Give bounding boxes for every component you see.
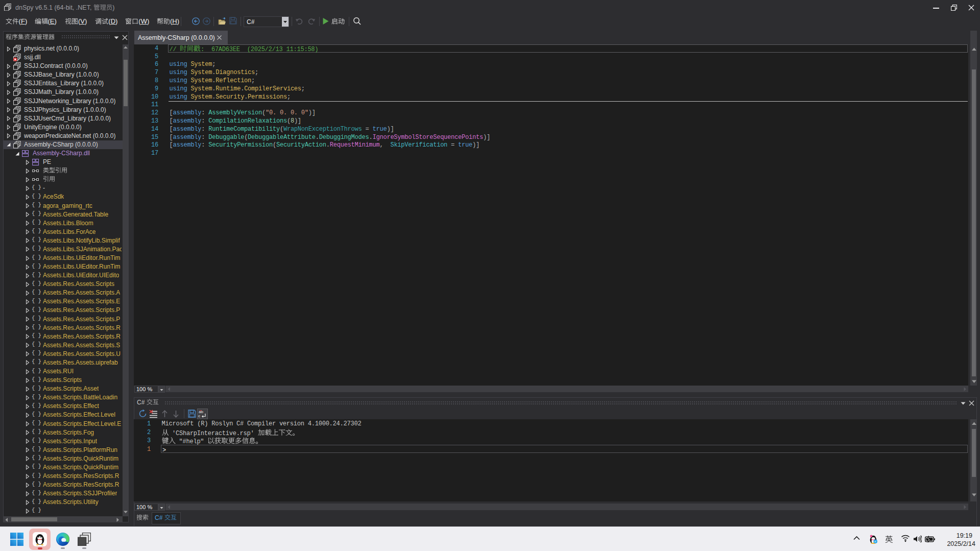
svg-text:c: c: [198, 414, 200, 418]
